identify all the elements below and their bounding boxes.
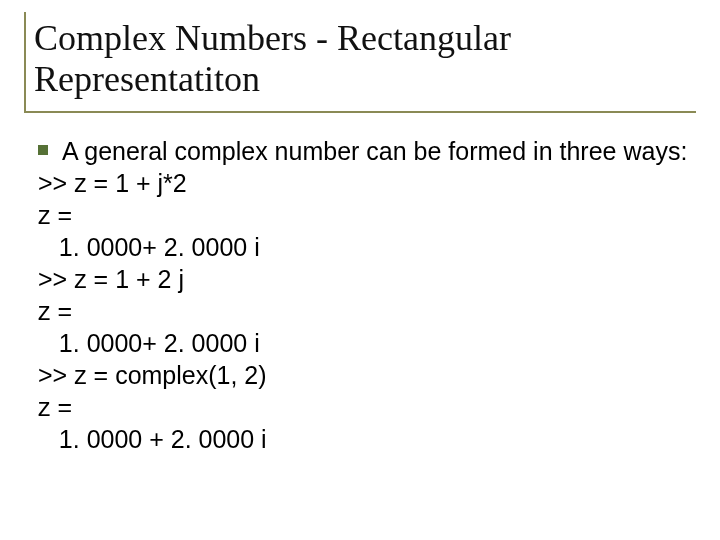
code-line: 1. 0000 + 2. 0000 i [38, 423, 696, 455]
code-line: z = [38, 295, 696, 327]
square-bullet-icon [38, 145, 48, 155]
code-line: 1. 0000+ 2. 0000 i [38, 327, 696, 359]
slide: Complex Numbers - Rectangular Representa… [0, 0, 720, 540]
code-line: >> z = complex(1, 2) [38, 359, 696, 391]
code-line: z = [38, 391, 696, 423]
slide-title: Complex Numbers - Rectangular Representa… [24, 12, 696, 113]
bullet-item: A general complex number can be formed i… [38, 135, 696, 167]
code-line: >> z = 1 + j*2 [38, 167, 696, 199]
slide-body: A general complex number can be formed i… [24, 135, 696, 455]
code-line: 1. 0000+ 2. 0000 i [38, 231, 696, 263]
code-line: z = [38, 199, 696, 231]
bullet-text: A general complex number can be formed i… [62, 135, 696, 167]
code-line: >> z = 1 + 2 j [38, 263, 696, 295]
